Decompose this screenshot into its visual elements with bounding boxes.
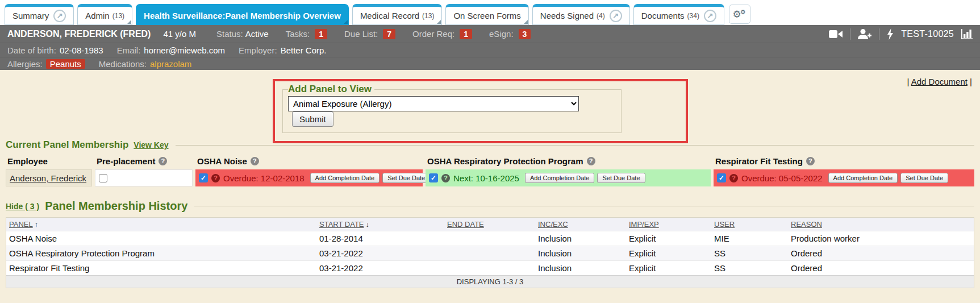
gears-icon xyxy=(732,9,747,20)
respirator-fit-status-cell: Overdue: 05-05-2022 Add Completion Date … xyxy=(714,169,974,186)
due-list-label: Due List: xyxy=(344,29,378,39)
separator: | xyxy=(907,77,909,86)
medication-value[interactable]: alprazolam xyxy=(150,59,191,69)
email-value: horner@mieweb.com xyxy=(144,45,225,55)
panel-membership-content: | Add Document | Add Panel to View Anima… xyxy=(0,70,980,303)
tab-documents[interactable]: Documents (34) xyxy=(633,4,724,25)
cell-inc-exc: Inclusion xyxy=(535,261,626,276)
active-tab-label: Health Surveillance:Panel Membership Ove… xyxy=(144,11,341,20)
settings-button[interactable] xyxy=(729,5,750,24)
status-text: Next: 10-16-2025 xyxy=(453,173,519,183)
set-due-date-button[interactable]: Set Due Date xyxy=(597,173,645,183)
add-person-icon[interactable] xyxy=(858,29,871,39)
help-icon[interactable] xyxy=(441,174,450,182)
add-document-area: | Add Document | xyxy=(907,77,972,86)
add-completion-date-button[interactable]: Add Completion Date xyxy=(525,173,595,183)
help-icon[interactable] xyxy=(806,157,815,165)
order-req-count-badge[interactable]: 1 xyxy=(460,29,472,39)
dob-label: Date of birth: xyxy=(7,45,56,55)
sort-by-end-date-link[interactable]: END DATE xyxy=(447,220,484,229)
allergy-badge[interactable]: Peanuts xyxy=(46,59,85,69)
submit-button[interactable]: Submit xyxy=(292,111,333,127)
help-icon[interactable] xyxy=(587,157,595,165)
cell-user: SS xyxy=(711,261,788,276)
tab-medical-record-label: Medical Record xyxy=(360,11,419,20)
tab-medical-record-count: (13) xyxy=(422,12,434,20)
column-header-respirator-fit: Respirator Fit Testing xyxy=(714,154,974,168)
panel-active-checkbox[interactable] xyxy=(199,173,208,182)
cell-panel: OSHA Respiratory Protection Program xyxy=(6,246,316,261)
add-completion-date-button[interactable]: Add Completion Date xyxy=(828,173,898,183)
sort-by-imp-exp-link[interactable]: IMP/EXP xyxy=(629,220,659,229)
sort-by-start-date-link[interactable]: START DATE xyxy=(319,220,364,229)
tab-summary[interactable]: Summary xyxy=(5,4,74,25)
flowsheet-chart-icon[interactable] xyxy=(961,29,973,39)
history-title: Panel Membership History xyxy=(45,200,187,213)
set-due-date-button[interactable]: Set Due Date xyxy=(382,173,430,183)
allergies-medications-bar: Allergies: Peanuts Medications: alprazol… xyxy=(0,57,980,70)
help-icon[interactable] xyxy=(251,157,259,165)
tasks-count-badge[interactable]: 1 xyxy=(315,29,327,39)
help-icon[interactable] xyxy=(729,174,738,182)
add-completion-date-button[interactable]: Add Completion Date xyxy=(310,173,380,183)
cell-start-date: 03-21-2022 xyxy=(316,246,444,261)
panel-active-checkbox[interactable] xyxy=(717,173,726,182)
panel-membership-history-section: Hide ( 3 ) Panel Membership History PANE… xyxy=(6,200,974,288)
tab-health-surveillance-panel-membership-overview[interactable]: Health Surveillance:Panel Membership Ove… xyxy=(136,4,349,25)
tab-medical-record[interactable]: Medical Record (13) xyxy=(352,4,443,25)
add-document-link[interactable]: Add Document xyxy=(911,77,968,86)
sort-by-inc-exc-link[interactable]: INC/EXC xyxy=(538,220,568,229)
open-in-new-window-icon[interactable] xyxy=(53,10,66,22)
cell-end-date xyxy=(444,261,535,276)
cell-reason: Ordered xyxy=(788,261,974,276)
status-value: Active xyxy=(245,29,269,39)
panel-select[interactable]: Animal Exposure (Allergy) xyxy=(288,96,579,111)
help-icon[interactable] xyxy=(159,157,167,165)
open-in-new-window-icon[interactable] xyxy=(704,10,716,22)
tab-admin[interactable]: Admin (13) xyxy=(77,4,132,25)
tab-needs-signed[interactable]: Needs Signed (4) xyxy=(532,4,630,25)
add-panel-legend: Add Panel to View xyxy=(288,84,374,95)
sort-by-reason-link[interactable]: REASON xyxy=(791,220,822,229)
open-in-new-window-icon[interactable] xyxy=(610,10,622,22)
sort-by-user-link[interactable]: USER xyxy=(714,220,735,229)
cell-end-date xyxy=(444,246,535,261)
toolbar-divider xyxy=(850,28,850,40)
hide-history-link[interactable]: Hide ( 3 ) xyxy=(6,202,39,211)
cell-imp-exp: Explicit xyxy=(626,231,711,246)
cell-inc-exc: Inclusion xyxy=(535,231,626,246)
set-due-date-button[interactable]: Set Due Date xyxy=(900,173,948,183)
sort-by-panel-link[interactable]: PANEL xyxy=(9,220,33,229)
due-list-count-badge[interactable]: 7 xyxy=(383,29,395,39)
patient-name: ANDERSON, FREDERICK (FRED) xyxy=(7,29,151,39)
allergies-label: Allergies: xyxy=(7,59,43,69)
video-camera-icon[interactable] xyxy=(829,30,843,39)
history-table: PANEL START DATE END DATE INC/EXC IMP/EX… xyxy=(6,217,974,288)
tab-needs-signed-label: Needs Signed xyxy=(540,11,594,20)
order-req-label: Order Req: xyxy=(412,29,454,39)
cell-user: SS xyxy=(711,246,788,261)
pre-placement-cell xyxy=(95,169,193,186)
tab-summary-label: Summary xyxy=(12,11,49,20)
status-text: Overdue: 12-02-2018 xyxy=(223,173,305,183)
history-row: OSHA Noise 01-28-2014 Inclusion Explicit… xyxy=(6,231,974,246)
column-header-osha-respiratory: OSHA Respiratory Protection Program xyxy=(426,154,711,168)
column-header-employee: Employee xyxy=(6,154,92,168)
panel-active-checkbox[interactable] xyxy=(429,173,438,182)
osha-noise-status-cell: Overdue: 12-02-2018 Add Completion Date … xyxy=(195,169,423,186)
employer-label: Employer: xyxy=(239,45,277,55)
cell-imp-exp: Explicit xyxy=(626,246,711,261)
tab-on-screen-forms[interactable]: On Screen Forms xyxy=(445,4,528,25)
tab-on-screen-forms-label: On Screen Forms xyxy=(453,11,520,20)
pre-placement-checkbox[interactable] xyxy=(99,174,107,182)
tab-admin-count: (13) xyxy=(112,12,124,20)
patient-header-bar: ANDERSON, FREDERICK (FRED) 41 y/o M Stat… xyxy=(0,25,980,43)
help-icon[interactable] xyxy=(211,174,220,182)
view-key-link[interactable]: View Key xyxy=(134,140,168,150)
employee-link[interactable]: Anderson, Frederick xyxy=(10,173,86,183)
chart-id: TEST-10025 xyxy=(901,29,954,39)
lightning-bolt-icon[interactable] xyxy=(887,28,894,40)
esign-count-badge[interactable]: 3 xyxy=(519,29,531,39)
employer-value: Better Corp. xyxy=(281,45,327,55)
medications-label: Medications: xyxy=(99,59,147,69)
